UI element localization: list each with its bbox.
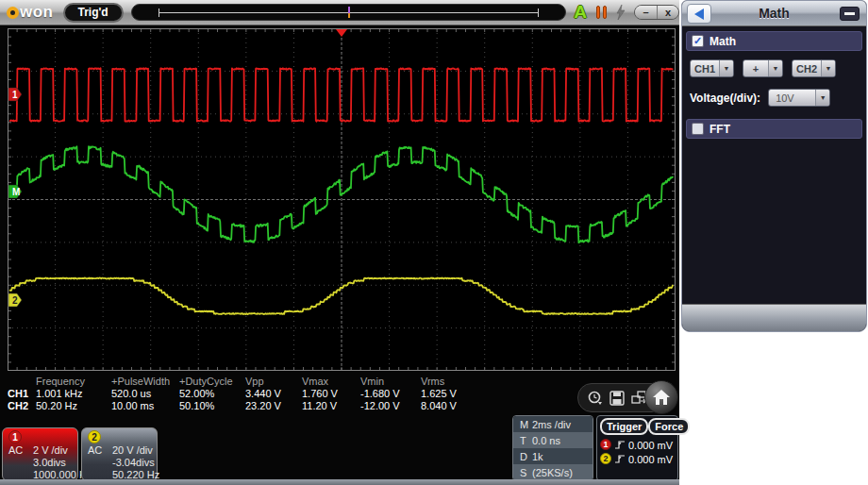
meas-value: 52.00% bbox=[179, 388, 245, 400]
owon-logo-text: won bbox=[20, 3, 54, 22]
meas-header: Vmax bbox=[302, 376, 360, 388]
chevron-down-icon[interactable]: ▼ bbox=[768, 60, 782, 76]
fft-checkbox[interactable] bbox=[692, 123, 704, 135]
math-source1-value: CH1 bbox=[691, 60, 719, 76]
minimize-button[interactable]: – bbox=[635, 6, 657, 19]
slider-left-tick bbox=[159, 8, 159, 17]
trigger-ch2-badge: 2 bbox=[600, 453, 611, 464]
meas-value: 23.20 V bbox=[245, 400, 302, 412]
trigger-info-box: Trigger Force 1 0.000 mV 2 0.000 mV bbox=[596, 415, 678, 481]
channel2-info-box[interactable]: 2 AC20 V /div -3.04divs 50.220 Hz bbox=[81, 427, 158, 481]
owon-logo-o-icon bbox=[7, 7, 19, 19]
trigger-position-marker-lower bbox=[348, 13, 350, 18]
meas-value: 1.001 kHz bbox=[36, 388, 111, 400]
meas-value: 520.0 us bbox=[111, 388, 179, 400]
chevron-down-icon[interactable]: ▼ bbox=[821, 60, 835, 76]
home-button[interactable] bbox=[644, 380, 678, 414]
voltage-div-value: 10V bbox=[769, 90, 815, 106]
math-panel-body: ✓ Math CH1 ▼ + ▼ CH2 ▼ Voltage(/div): bbox=[682, 26, 866, 304]
force-trigger-button[interactable]: Force bbox=[648, 418, 690, 435]
window-controls: – x bbox=[634, 5, 679, 20]
math-section-label: Math bbox=[709, 35, 736, 48]
meas-header: +PulseWidth bbox=[111, 376, 179, 388]
meas-value: 11.20 V bbox=[302, 400, 360, 412]
rising-edge-icon bbox=[614, 454, 626, 464]
horizontal-position-slider[interactable] bbox=[131, 4, 567, 21]
math-panel-header: Math bbox=[682, 1, 866, 26]
panel-minimize-button[interactable] bbox=[840, 7, 860, 21]
ch2-offset: -3.04divs bbox=[88, 457, 157, 469]
app-titlebar: won Trig'd A – x bbox=[0, 0, 679, 25]
math-operands-row: CH1 ▼ + ▼ CH2 ▼ bbox=[690, 59, 862, 77]
measurements-table: Frequency +PulseWidth +DutyCycle Vpp Vma… bbox=[8, 376, 536, 412]
timebase-info-box[interactable]: M2ms /div T0.0 ns D1k S(25KS/s) bbox=[512, 415, 593, 481]
slider-right-tick bbox=[538, 8, 539, 17]
ch2-coupling: AC bbox=[88, 444, 112, 457]
timebase-value: 1k bbox=[532, 451, 593, 462]
scope-display: 1M2 bbox=[8, 28, 676, 371]
meas-value: 10.00 ms bbox=[111, 400, 179, 412]
math-source2-value: CH2 bbox=[793, 60, 821, 76]
svg-text:M: M bbox=[12, 187, 20, 197]
oscilloscope-app-window: won Trig'd A – x 1M2 Frequency bbox=[0, 0, 679, 485]
meas-header: Vrms bbox=[421, 376, 476, 388]
meas-header: Vpp bbox=[245, 376, 302, 388]
meas-header: Vmin bbox=[360, 376, 421, 388]
left-arrow-icon bbox=[694, 8, 704, 20]
save-icon[interactable] bbox=[609, 391, 625, 406]
math-operator-select[interactable]: + ▼ bbox=[743, 59, 783, 77]
close-button[interactable]: x bbox=[657, 6, 678, 19]
meas-value: 8.040 V bbox=[421, 400, 476, 412]
channel1-info-box[interactable]: 1 AC2 V /div 3.0divs 1000.000 Hz bbox=[2, 427, 78, 481]
chevron-down-icon[interactable]: ▼ bbox=[719, 60, 733, 76]
autoset-button[interactable]: A bbox=[574, 2, 587, 23]
meas-row-label: CH2 bbox=[8, 400, 36, 412]
meas-value: 1.760 V bbox=[302, 388, 360, 400]
rising-edge-icon bbox=[614, 440, 626, 450]
meas-value: -1.680 V bbox=[360, 388, 421, 400]
timebase-value: 0.0 ns bbox=[532, 435, 593, 446]
meas-header: Frequency bbox=[36, 376, 111, 388]
meas-value: 1.625 V bbox=[421, 388, 476, 400]
ch1-scale: 2 V /div bbox=[33, 444, 68, 456]
owon-logo: won bbox=[7, 3, 54, 22]
run-stop-pause-icon[interactable] bbox=[596, 6, 607, 19]
svg-text:2: 2 bbox=[12, 295, 18, 306]
math-source2-select[interactable]: CH2 ▼ bbox=[792, 59, 836, 77]
trigger-menu-button[interactable]: Trigger bbox=[600, 418, 648, 435]
timebase-label: S bbox=[513, 467, 532, 478]
ch2-scale: 20 V /div bbox=[112, 444, 153, 456]
panel-back-button[interactable] bbox=[687, 4, 711, 24]
math-checkbox[interactable]: ✓ bbox=[692, 35, 704, 47]
window-bottom-edge bbox=[0, 479, 679, 485]
lightning-icon bbox=[615, 5, 626, 20]
voltage-div-select[interactable]: 10V ▼ bbox=[768, 89, 830, 107]
meas-value: 3.440 V bbox=[245, 388, 302, 400]
timebase-label: M bbox=[513, 419, 532, 430]
timebase-value: (25KS/s) bbox=[532, 467, 593, 478]
fft-section-label: FFT bbox=[709, 123, 730, 136]
math-operator-value: + bbox=[743, 60, 768, 76]
trigger-status-badge: Trig'd bbox=[63, 3, 124, 23]
timebase-value: 2ms /div bbox=[532, 419, 593, 430]
voltage-div-label: Voltage(/div): bbox=[690, 92, 760, 105]
math-panel: Math ✓ Math CH1 ▼ + ▼ CH2 ▼ bbox=[681, 0, 867, 332]
meas-row-label: CH1 bbox=[8, 388, 36, 400]
channel1-badge: 1 bbox=[8, 430, 22, 443]
meas-value: -12.00 V bbox=[360, 400, 421, 412]
math-source1-select[interactable]: CH1 ▼ bbox=[690, 59, 734, 77]
timebase-label: T bbox=[513, 435, 532, 446]
meas-value: 50.20 Hz bbox=[36, 400, 111, 412]
fft-section-bar: FFT bbox=[686, 119, 862, 139]
timebase-label: D bbox=[513, 451, 532, 462]
svg-text:1: 1 bbox=[12, 90, 18, 100]
meas-value: 50.10% bbox=[179, 400, 245, 412]
screen: won Trig'd A – x 1M2 Frequency bbox=[0, 0, 868, 485]
voltage-div-row: Voltage(/div): 10V ▼ bbox=[690, 89, 862, 107]
chevron-down-icon[interactable]: ▼ bbox=[815, 90, 829, 106]
ch1-offset: 3.0divs bbox=[8, 457, 77, 469]
trigger-ch2-level: 0.000 mV bbox=[628, 454, 673, 465]
math-panel-footer bbox=[682, 304, 866, 331]
autoset-clock-icon[interactable] bbox=[587, 390, 603, 406]
channel2-badge: 2 bbox=[88, 430, 101, 443]
